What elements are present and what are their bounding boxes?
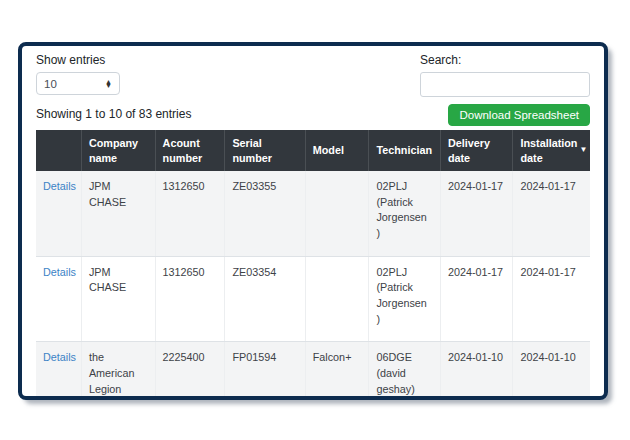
table-row: Details JPM CHASE 1312650 ZE03354 02PLJ …	[36, 256, 590, 342]
technician-cell: 06DGE (david geshay)	[369, 342, 440, 400]
table-row: Details the American Legion 2225400 FP01…	[36, 342, 590, 400]
records-table: Company name Acount number Serial number…	[36, 130, 590, 400]
company-name-cell: JPM CHASE	[81, 171, 155, 256]
model-cell	[305, 256, 369, 342]
top-controls: Show entries 10 ▲▼ Search:	[36, 53, 590, 97]
column-header-company-name[interactable]: Company name	[81, 130, 155, 171]
data-table-card: Show entries 10 ▲▼ Search: Showing 1 to …	[18, 42, 608, 400]
search-label: Search:	[420, 53, 590, 67]
column-header-installation-date[interactable]: Installation date ▼	[513, 130, 590, 171]
details-link[interactable]: Details	[43, 351, 76, 363]
serial-number-cell: ZE03354	[225, 256, 305, 342]
technician-id: 06DGE	[376, 350, 432, 366]
info-row: Showing 1 to 10 of 83 entries Download S…	[36, 104, 590, 126]
entries-select-value: 10	[44, 78, 57, 90]
column-header-delivery-date[interactable]: Delivery date	[440, 130, 513, 171]
model-cell	[305, 171, 369, 256]
technician-id: 02PLJ	[376, 265, 432, 281]
details-link[interactable]: Details	[43, 266, 76, 278]
technician-cell: 02PLJ (Patrick Jorgensen )	[369, 256, 440, 342]
column-header-account-number[interactable]: Acount number	[155, 130, 225, 171]
account-number-cell: 2225400	[155, 342, 225, 400]
details-cell: Details	[36, 342, 81, 400]
select-arrows-icon: ▲▼	[105, 80, 112, 88]
technician-name: (Patrick Jorgensen )	[376, 195, 432, 242]
show-entries-label: Show entries	[36, 53, 120, 67]
showing-entries-text: Showing 1 to 10 of 83 entries	[36, 107, 191, 126]
installation-date-cell: 2024-01-17	[513, 171, 590, 256]
details-cell: Details	[36, 256, 81, 342]
column-header-serial-number[interactable]: Serial number	[225, 130, 305, 171]
download-spreadsheet-button[interactable]: Download Spreadsheet	[448, 104, 590, 126]
entries-control: Show entries 10 ▲▼	[36, 53, 120, 95]
table-header: Company name Acount number Serial number…	[36, 130, 590, 171]
installation-date-cell: 2024-01-17	[513, 256, 590, 342]
sort-desc-icon: ▼	[579, 145, 587, 156]
account-number-cell: 1312650	[155, 171, 225, 256]
technician-cell: 02PLJ (Patrick Jorgensen )	[369, 171, 440, 256]
delivery-date-cell: 2024-01-17	[440, 256, 513, 342]
company-name-cell: the American Legion	[81, 342, 155, 400]
details-link[interactable]: Details	[43, 180, 76, 192]
column-header-technician[interactable]: Technician	[369, 130, 440, 171]
technician-name: (david geshay)	[376, 366, 432, 397]
table-body: Details JPM CHASE 1312650 ZE03355 02PLJ …	[36, 171, 590, 400]
serial-number-cell: FP01594	[225, 342, 305, 400]
search-input[interactable]	[420, 72, 590, 97]
installation-date-cell: 2024-01-10	[513, 342, 590, 400]
model-cell: Falcon+	[305, 342, 369, 400]
company-name-cell: JPM CHASE	[81, 256, 155, 342]
column-header-details[interactable]	[36, 130, 81, 171]
search-control: Search:	[420, 53, 590, 97]
account-number-cell: 1312650	[155, 256, 225, 342]
serial-number-cell: ZE03355	[225, 171, 305, 256]
column-header-model[interactable]: Model	[305, 130, 369, 171]
technician-name: (Patrick Jorgensen )	[376, 280, 432, 327]
details-cell: Details	[36, 171, 81, 256]
entries-select[interactable]: 10 ▲▼	[36, 72, 120, 95]
delivery-date-cell: 2024-01-10	[440, 342, 513, 400]
delivery-date-cell: 2024-01-17	[440, 171, 513, 256]
table-row: Details JPM CHASE 1312650 ZE03355 02PLJ …	[36, 171, 590, 256]
technician-id: 02PLJ	[376, 179, 432, 195]
